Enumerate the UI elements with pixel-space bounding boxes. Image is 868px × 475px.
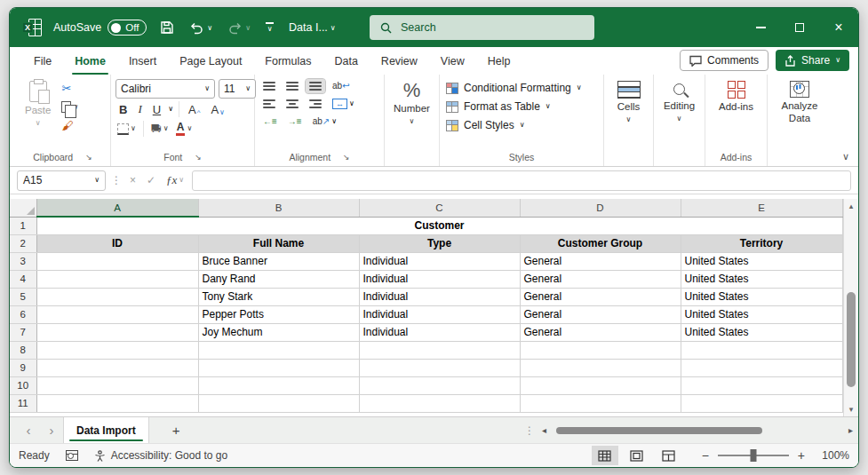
next-sheet-button[interactable]: › (40, 417, 63, 443)
cell-header[interactable]: Full Name (198, 234, 359, 252)
cell[interactable] (359, 394, 520, 412)
vertical-scroll-track[interactable] (844, 213, 858, 402)
customize-quick-access-button[interactable]: ∨ (264, 20, 275, 34)
page-break-view-button[interactable] (656, 446, 682, 465)
sheet-tab-data-import[interactable]: Data Import (63, 417, 149, 443)
zoom-slider-thumb[interactable] (750, 449, 756, 462)
select-all-corner[interactable] (10, 199, 36, 217)
comments-button[interactable]: Comments (680, 50, 768, 71)
row-header-3[interactable]: 3 (10, 252, 36, 270)
page-layout-view-button[interactable] (624, 446, 650, 465)
cut-button[interactable]: ✂ (60, 81, 80, 96)
tab-data[interactable]: Data (323, 47, 369, 75)
cell[interactable]: Individual (359, 252, 520, 270)
format-as-table-button[interactable]: Format as Table∨ (444, 99, 584, 114)
zoom-out-button[interactable]: − (700, 448, 711, 463)
scroll-left-icon[interactable]: ◂ (542, 425, 546, 435)
cell[interactable] (198, 376, 359, 394)
middle-align-button[interactable] (283, 79, 302, 92)
analyze-data-button[interactable]: Analyze Data (776, 79, 824, 127)
redo-button[interactable]: ∨ (226, 20, 252, 36)
tab-insert[interactable]: Insert (117, 47, 168, 75)
cell[interactable]: General (520, 270, 681, 288)
autosave-toggle[interactable]: Off (108, 20, 147, 36)
cell[interactable]: Individual (359, 288, 520, 305)
cell[interactable]: General (520, 252, 681, 270)
insert-function-button[interactable]: ƒx∨ (163, 173, 187, 187)
cell[interactable] (36, 341, 198, 359)
cell[interactable] (681, 359, 842, 376)
sheet-grid[interactable]: ABCDE1Customer2IDFull NameTypeCustomer G… (10, 199, 843, 416)
macro-record-button[interactable] (64, 448, 80, 463)
cell[interactable] (36, 305, 198, 323)
paste-button[interactable]: Paste ∨ (20, 79, 56, 129)
save-button[interactable] (158, 19, 176, 36)
zoom-slider-track[interactable] (718, 455, 789, 456)
row-header-7[interactable]: 7 (10, 323, 36, 341)
vertical-scrollbar[interactable]: ▴ ▾ (843, 199, 858, 416)
increase-indent-button[interactable]: →≡ (284, 115, 306, 129)
cell[interactable]: General (520, 323, 681, 341)
column-header-a[interactable]: A (36, 199, 198, 217)
tab-help[interactable]: Help (476, 47, 522, 75)
scroll-right-icon[interactable]: ▸ (848, 425, 853, 435)
cell[interactable] (198, 394, 359, 412)
maximize-button[interactable] (780, 8, 819, 47)
horizontal-scroll-track[interactable] (550, 426, 845, 435)
scroll-down-icon[interactable]: ▾ (849, 402, 854, 416)
cell[interactable]: General (520, 288, 681, 305)
cell[interactable] (198, 359, 359, 376)
cell[interactable]: United States (681, 305, 842, 323)
share-button[interactable]: Share ∨ (776, 50, 849, 71)
cell[interactable] (36, 288, 198, 305)
previous-sheet-button[interactable]: ‹ (17, 417, 40, 443)
scroll-up-icon[interactable]: ▴ (849, 199, 854, 213)
row-header-2[interactable]: 2 (10, 234, 36, 252)
cell[interactable]: United States (681, 270, 842, 288)
row-header-8[interactable]: 8 (10, 341, 36, 359)
wrap-text-button[interactable]: ab↩ (329, 79, 354, 93)
decrease-font-size-button[interactable]: A∨ (207, 102, 228, 117)
cell-title[interactable]: Customer (36, 217, 842, 234)
cell[interactable] (36, 252, 198, 270)
clipboard-dialog-launcher[interactable]: ↘ (85, 153, 92, 162)
borders-button[interactable]: ∨ (115, 122, 138, 137)
tab-file[interactable]: File (22, 47, 63, 75)
cell[interactable]: Joy Mechum (198, 323, 359, 341)
accessibility-status[interactable]: Accessibility: Good to go (94, 449, 227, 462)
vertical-scroll-thumb[interactable] (847, 292, 856, 387)
confirm-entry-button[interactable]: ✓ (144, 174, 158, 186)
cell-header[interactable]: Territory (681, 234, 842, 252)
cell[interactable] (520, 376, 681, 394)
undo-button[interactable]: ∨ (187, 20, 214, 36)
cell-styles-button[interactable]: Cell Styles∨ (444, 118, 584, 132)
number-format-button[interactable]: % Number ∨ (388, 79, 435, 127)
conditional-formatting-button[interactable]: Conditional Formatting∨ (444, 81, 584, 95)
bold-button[interactable]: B (115, 102, 131, 117)
addins-button[interactable]: Add-ins (713, 79, 759, 115)
cell[interactable] (520, 394, 681, 412)
row-header-4[interactable]: 4 (10, 270, 36, 288)
cell[interactable] (359, 359, 520, 376)
row-header-5[interactable]: 5 (10, 288, 36, 305)
cell[interactable]: United States (681, 252, 842, 270)
cell[interactable] (681, 341, 842, 359)
cell[interactable] (520, 359, 681, 376)
formula-input[interactable] (192, 170, 851, 191)
search-box[interactable]: Search (370, 15, 594, 40)
row-header-9[interactable]: 9 (10, 359, 36, 376)
cell[interactable]: Pepper Potts (198, 305, 359, 323)
top-align-button[interactable] (259, 79, 279, 92)
cell[interactable]: Dany Rand (198, 270, 359, 288)
cell[interactable]: Individual (359, 305, 520, 323)
row-header-10[interactable]: 10 (10, 376, 36, 394)
tab-page-layout[interactable]: Page Layout (168, 47, 253, 75)
cell-header[interactable]: Type (359, 234, 520, 252)
format-painter-button[interactable]: 🖌 (60, 118, 80, 133)
tab-home[interactable]: Home (63, 47, 117, 75)
normal-view-button[interactable] (592, 446, 618, 465)
cell[interactable]: Bruce Banner (198, 252, 359, 270)
undo-dropdown-icon[interactable]: ∨ (207, 24, 212, 32)
cell[interactable]: Tony Stark (198, 288, 359, 305)
cell[interactable] (198, 341, 359, 359)
